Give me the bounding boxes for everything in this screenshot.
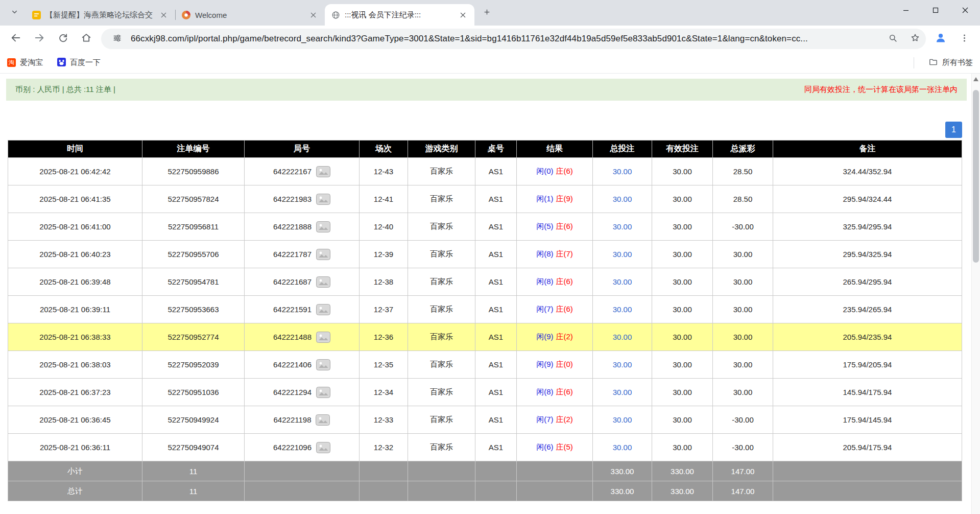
total-valid-bet: 330.00: [652, 481, 713, 501]
empty-cell: [245, 461, 360, 481]
tab-forum[interactable]: 【新提醒】海燕策略论坛综合交: [26, 4, 175, 26]
total-bet-link[interactable]: 30.00: [613, 443, 632, 452]
total-bet-link[interactable]: 30.00: [613, 250, 632, 259]
address-bar[interactable]: 66cxkj98.com/ipl/portal.php/game/betreco…: [101, 29, 926, 49]
star-icon: [910, 33, 920, 45]
cell-total-bet: 30.00: [593, 406, 652, 434]
total-bet-link[interactable]: 30.00: [613, 333, 632, 341]
round-id-group: 642221787: [273, 249, 330, 260]
minimize-button[interactable]: [891, 0, 921, 21]
cell-game-type: 百家乐: [408, 268, 475, 296]
tab-search-button[interactable]: [5, 4, 23, 22]
player-result: 闲(7): [536, 415, 553, 424]
video-replay-icon[interactable]: [316, 194, 330, 205]
bookmark-star-button[interactable]: [906, 30, 924, 48]
cell-round-id: 642221294: [245, 379, 360, 406]
cell-session: 12-33: [360, 406, 408, 434]
banker-result: 庄(2): [556, 332, 573, 341]
empty-cell: [475, 481, 517, 501]
total-bet-link[interactable]: 30.00: [613, 167, 632, 176]
menu-button[interactable]: [953, 28, 975, 50]
total-bet-link[interactable]: 30.00: [613, 222, 632, 231]
cell-payout: 30.00: [713, 268, 773, 296]
cell-time: 2025-08-21 06:41:35: [8, 185, 142, 213]
cell-note: 145.94/175.94: [773, 379, 962, 406]
tab-welcome[interactable]: Welcome: [175, 4, 325, 26]
player-result: 闲(8): [536, 387, 553, 396]
cell-table-no: AS1: [475, 434, 517, 461]
new-tab-button[interactable]: [477, 4, 496, 22]
table-row: 2025-08-21 06:38:03522750952039642221406…: [8, 351, 962, 379]
bookmark-taobao[interactable]: 淘 爱淘宝: [7, 58, 43, 67]
welcome-favicon-icon: [181, 10, 190, 19]
cell-total-bet: 30.00: [593, 351, 652, 379]
player-result: 闲(5): [536, 222, 553, 230]
player-result: 闲(6): [536, 442, 553, 451]
video-replay-icon[interactable]: [316, 414, 330, 426]
tab-bet-record[interactable]: :::视讯 会员下注纪录:::: [325, 4, 474, 26]
cell-game-type: 百家乐: [408, 185, 475, 213]
total-bet-link[interactable]: 30.00: [613, 195, 632, 203]
round-id-group: 642221888: [273, 221, 330, 232]
video-replay-icon[interactable]: [316, 442, 330, 453]
total-bet-link[interactable]: 30.00: [613, 360, 632, 369]
zoom-button[interactable]: [884, 30, 901, 48]
cell-total-bet: 30.00: [593, 185, 652, 213]
video-replay-icon[interactable]: [316, 249, 330, 260]
tab-close-icon[interactable]: [158, 9, 169, 20]
round-id-group: 642221406: [273, 359, 330, 370]
round-number: 642221687: [273, 277, 312, 286]
tab-close-icon[interactable]: [457, 9, 468, 20]
page-1-button[interactable]: 1: [945, 122, 962, 138]
cell-session: 12-41: [360, 185, 408, 213]
bookmarks-separator: [914, 57, 914, 68]
cell-total-bet: 30.00: [593, 241, 652, 268]
total-bet-link[interactable]: 30.00: [613, 305, 632, 314]
col-table-no: 桌号: [475, 141, 517, 158]
cell-bet-id: 522750957824: [142, 185, 245, 213]
close-button[interactable]: [950, 0, 980, 21]
cell-total-bet: 30.00: [593, 213, 652, 241]
tab-close-icon[interactable]: [307, 9, 319, 20]
total-bet-link[interactable]: 30.00: [613, 277, 632, 286]
table-row: 2025-08-21 06:41:00522750956811642221888…: [8, 213, 962, 241]
home-button[interactable]: [76, 28, 97, 50]
cell-result: 闲(8)庄(6): [517, 379, 593, 406]
forward-button[interactable]: [29, 28, 50, 50]
video-replay-icon[interactable]: [316, 221, 330, 232]
video-replay-icon[interactable]: [316, 387, 330, 398]
total-bet-link[interactable]: 30.00: [613, 388, 632, 396]
bookmark-baidu[interactable]: 百度一下: [57, 58, 101, 68]
empty-cell: [773, 481, 962, 501]
bookmarks-bar: 淘 爱淘宝 百度一下 所有书签: [0, 52, 980, 74]
reload-button[interactable]: [52, 28, 74, 50]
zoom-icon: [888, 33, 898, 45]
subtotal-label: 小计: [8, 461, 142, 481]
cell-game-type: 百家乐: [408, 351, 475, 379]
col-total-bet: 总投注: [593, 141, 652, 158]
video-replay-icon[interactable]: [316, 359, 330, 370]
profile-button[interactable]: [930, 28, 951, 50]
round-number: 642222167: [273, 167, 312, 176]
maximize-button[interactable]: [921, 0, 950, 21]
cell-session: 12-39: [360, 241, 408, 268]
all-bookmarks-button[interactable]: 所有书签: [928, 57, 973, 68]
video-replay-icon[interactable]: [316, 166, 330, 177]
subtotal-total-bet: 330.00: [593, 461, 652, 481]
video-replay-icon[interactable]: [316, 276, 330, 288]
total-bet-link[interactable]: 30.00: [613, 415, 632, 424]
video-replay-icon[interactable]: [316, 332, 330, 343]
back-button[interactable]: [5, 28, 27, 50]
browser-toolbar: 66cxkj98.com/ipl/portal.php/game/betreco…: [0, 26, 980, 52]
cell-table-no: AS1: [475, 241, 517, 268]
video-replay-icon[interactable]: [316, 304, 330, 315]
round-number: 642221198: [274, 415, 312, 424]
vertical-scrollbar[interactable]: [971, 74, 980, 514]
site-settings-button[interactable]: [108, 30, 126, 48]
cell-note: 295.94/325.94: [773, 241, 962, 268]
reload-icon: [58, 33, 68, 45]
cell-game-type: 百家乐: [408, 213, 475, 241]
banker-result: 庄(6): [556, 167, 573, 175]
scroll-thumb[interactable]: [973, 90, 979, 263]
scroll-up-icon[interactable]: [973, 77, 978, 81]
